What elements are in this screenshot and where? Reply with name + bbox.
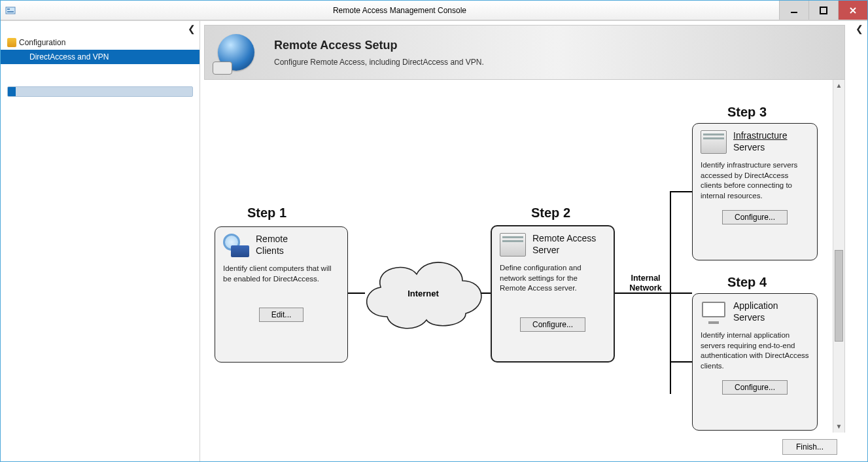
window-title: Remote Access Management Console (20, 6, 779, 15)
step1-heading: Step 1 (247, 205, 286, 221)
banner-subtitle: Configure Remote Access, including Direc… (274, 58, 484, 67)
main-panel: ❮ Remote Access Setup Configure Remote A… (200, 21, 867, 461)
step1-card: RemoteClients Identify client computers … (215, 226, 348, 363)
step1-edit-button[interactable]: Edit... (259, 308, 304, 322)
svg-rect-1 (7, 9, 10, 10)
collapse-left-icon[interactable]: ❮ (188, 24, 196, 34)
step4-card: ApplicationServers Identify internal app… (692, 293, 818, 431)
scroll-down-icon[interactable]: ▼ (833, 421, 844, 433)
svg-rect-3 (791, 12, 797, 13)
svg-rect-0 (6, 7, 15, 14)
nav-panel: ❮ Configuration DirectAccess and VPN (1, 21, 200, 461)
step3-card: InfrastructureServers Identify infrastru… (692, 123, 818, 260)
nav-root-configuration[interactable]: Configuration (1, 35, 200, 50)
svg-rect-4 (820, 7, 827, 14)
step2-heading: Step 2 (531, 205, 570, 221)
banner-title: Remote Access Setup (274, 39, 484, 52)
step4-configure-button[interactable]: Configure... (722, 380, 788, 395)
step2-card: Remote AccessServer Define configuration… (491, 225, 615, 363)
step4-title: ApplicationServers (733, 300, 778, 323)
globe-icon (218, 34, 254, 71)
connector-line (670, 191, 671, 394)
step1-title: RemoteClients (256, 234, 288, 257)
close-button[interactable] (838, 1, 867, 20)
step3-configure-button[interactable]: Configure... (722, 210, 788, 224)
nav-item-redacted[interactable] (7, 86, 193, 97)
app-window: Remote Access Management Console ❮ Confi… (0, 0, 868, 462)
step2-configure-button[interactable]: Configure... (520, 317, 585, 332)
nav-item-directaccess-vpn[interactable]: DirectAccess and VPN (1, 50, 200, 64)
step3-title: InfrastructureServers (733, 130, 787, 153)
internal-network-label: InternalNetwork (623, 274, 668, 293)
step3-desc: Identify infrastructure servers accessed… (701, 160, 809, 201)
diagram-area: ▲ ▼ Step 1 (204, 80, 845, 433)
step3-heading: Step 3 (727, 105, 767, 120)
application-servers-icon (701, 300, 727, 324)
app-body: ❮ Configuration DirectAccess and VPN ❮ R… (1, 20, 867, 461)
scroll-up-icon[interactable]: ▲ (833, 80, 844, 92)
step1-desc: Identify client computers that will be e… (223, 264, 339, 284)
banner-header: Remote Access Setup Configure Remote Acc… (204, 25, 845, 80)
scroll-thumb[interactable] (835, 250, 843, 342)
step2-title: Remote AccessServer (532, 233, 596, 256)
remote-clients-icon (223, 234, 249, 257)
titlebar: Remote Access Management Console (1, 1, 867, 20)
internet-cloud: Internet (355, 251, 492, 335)
maximize-button[interactable] (808, 1, 838, 20)
minimize-button[interactable] (779, 1, 808, 20)
remote-access-server-icon (500, 233, 526, 257)
vertical-scrollbar[interactable]: ▲ ▼ (833, 80, 844, 433)
step2-desc: Define configuration and network setting… (500, 263, 606, 294)
finish-button[interactable]: Finish... (782, 439, 837, 455)
step4-desc: Identify internal application servers re… (701, 330, 809, 371)
connector-line (670, 191, 692, 192)
collapse-right-icon[interactable]: ❮ (856, 24, 863, 34)
infrastructure-servers-icon (701, 130, 727, 154)
internet-label: Internet (355, 251, 492, 335)
footer: Finish... (200, 433, 867, 461)
connector-line (670, 361, 692, 363)
window-buttons (779, 1, 867, 20)
app-icon (1, 5, 20, 16)
step4-heading: Step 4 (727, 275, 767, 290)
svg-rect-2 (7, 11, 14, 12)
